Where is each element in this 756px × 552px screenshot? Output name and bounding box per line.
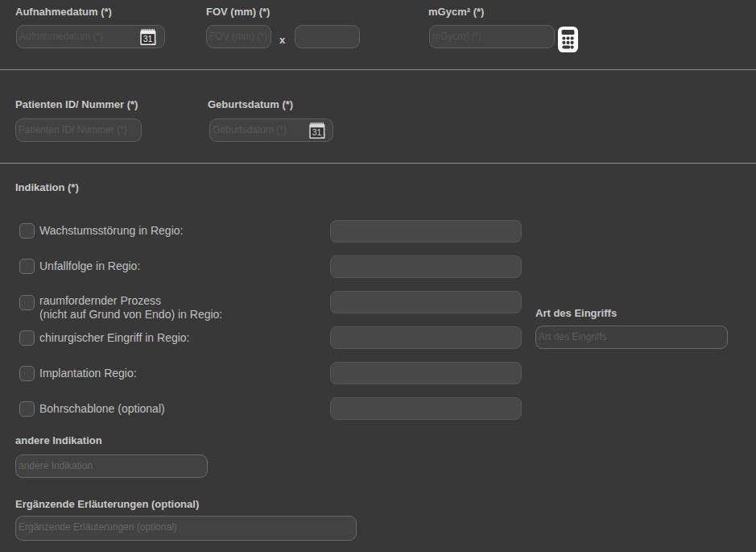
svg-text:31: 31 xyxy=(143,34,153,44)
svg-text:31: 31 xyxy=(312,127,322,137)
